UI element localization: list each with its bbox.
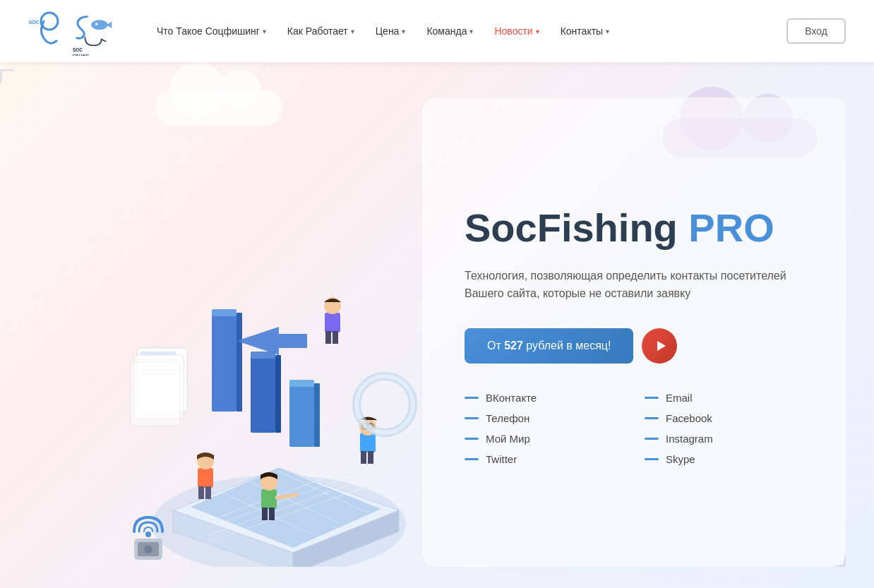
nav-item-contacts[interactable]: Контакты ▾ — [552, 20, 618, 42]
svg-rect-18 — [237, 313, 242, 412]
svg-point-58 — [144, 545, 152, 553]
hero-section: SocFishing PRO Технология, позволяющая о… — [0, 62, 874, 588]
svg-text:SOC: SOC — [28, 20, 39, 25]
feature-dash-icon — [465, 458, 479, 460]
chevron-down-icon: ▾ — [351, 28, 354, 35]
svg-text:FISHING: FISHING — [73, 54, 90, 56]
nav-item-how[interactable]: Как Работает ▾ — [279, 20, 363, 42]
svg-rect-48 — [261, 489, 277, 509]
feature-vkontakte: ВКонтакте — [465, 392, 630, 404]
svg-rect-47 — [368, 451, 373, 464]
svg-rect-23 — [289, 380, 314, 387]
hero-illustration — [28, 193, 459, 567]
feature-dash-icon — [465, 417, 479, 419]
nav-item-news[interactable]: Новости ▾ — [486, 20, 547, 42]
chevron-down-icon: ▾ — [536, 28, 539, 35]
hero-cta: От 527 рублей в месяц! — [465, 328, 810, 364]
hero-title: SocFishing PRO — [465, 206, 810, 250]
cloud-decoration-1 — [155, 90, 282, 126]
nav-links: Что Такое Соцфишинг ▾ Как Работает ▾ Цен… — [148, 20, 786, 42]
nav-item-what[interactable]: Что Такое Соцфишинг ▾ — [148, 20, 275, 42]
svg-point-4 — [91, 20, 107, 30]
play-button[interactable] — [642, 328, 677, 364]
chevron-down-icon: ▾ — [402, 28, 405, 35]
feature-dash-icon — [645, 438, 659, 440]
svg-rect-41 — [360, 433, 376, 452]
cta-button[interactable]: От 527 рублей в месяц! — [465, 328, 633, 364]
logo[interactable]: SOC FISHING SOC FISHING — [28, 6, 120, 56]
svg-rect-24 — [314, 383, 320, 447]
chevron-down-icon: ▾ — [606, 28, 609, 35]
feature-mymir: Мой Мир — [465, 433, 630, 445]
svg-rect-51 — [262, 508, 268, 520]
feature-facebook: Facebook — [645, 412, 810, 424]
feature-phone: Телефон — [465, 412, 630, 424]
svg-rect-32 — [131, 362, 180, 426]
svg-rect-22 — [289, 383, 314, 447]
svg-rect-46 — [361, 451, 366, 464]
hero-subtitle: Технология, позволяющая определить конта… — [465, 267, 803, 303]
svg-rect-40 — [205, 486, 211, 499]
feature-instagram: Instagram — [645, 433, 810, 445]
svg-rect-35 — [325, 331, 331, 344]
svg-rect-33 — [325, 313, 340, 332]
hero-content: SocFishing PRO Технология, позволяющая о… — [422, 97, 846, 567]
feature-dash-icon — [645, 397, 659, 399]
feature-dash-icon — [645, 458, 659, 460]
chevron-down-icon: ▾ — [469, 28, 473, 35]
features-grid: ВКонтакте Email Телефон Facebook Мой Мир… — [465, 392, 810, 465]
chevron-down-icon: ▾ — [263, 28, 266, 35]
svg-rect-37 — [198, 468, 213, 488]
svg-rect-16 — [212, 313, 237, 412]
svg-rect-36 — [333, 331, 338, 344]
logo-icon: SOC FISHING — [28, 10, 71, 52]
logo-svg: SOC FISHING — [71, 6, 120, 56]
feature-twitter: Twitter — [465, 453, 630, 465]
svg-point-55 — [145, 532, 151, 537]
feature-dash-icon — [465, 397, 479, 399]
svg-rect-21 — [275, 355, 281, 433]
nav-item-team[interactable]: Команда ▾ — [418, 20, 481, 42]
feature-skype: Skype — [645, 453, 810, 465]
svg-rect-26 — [140, 352, 176, 355]
play-icon — [654, 340, 667, 352]
corner-bracket-tl — [0, 69, 14, 83]
feature-email: Email — [645, 392, 810, 404]
navbar: SOC FISHING SOC FISHING Что Т — [0, 0, 874, 62]
svg-rect-52 — [269, 508, 275, 520]
svg-rect-17 — [212, 309, 237, 316]
svg-point-5 — [95, 23, 98, 25]
feature-dash-icon — [645, 417, 659, 419]
isometric-scene — [39, 214, 448, 567]
svg-rect-39 — [198, 486, 204, 499]
feature-dash-icon — [465, 438, 479, 440]
svg-point-54 — [357, 376, 413, 433]
svg-text:SOC: SOC — [73, 47, 83, 52]
login-button[interactable]: Вход — [786, 18, 846, 44]
svg-rect-19 — [251, 355, 275, 433]
svg-marker-59 — [657, 341, 666, 351]
nav-item-price[interactable]: Цена ▾ — [367, 20, 414, 42]
